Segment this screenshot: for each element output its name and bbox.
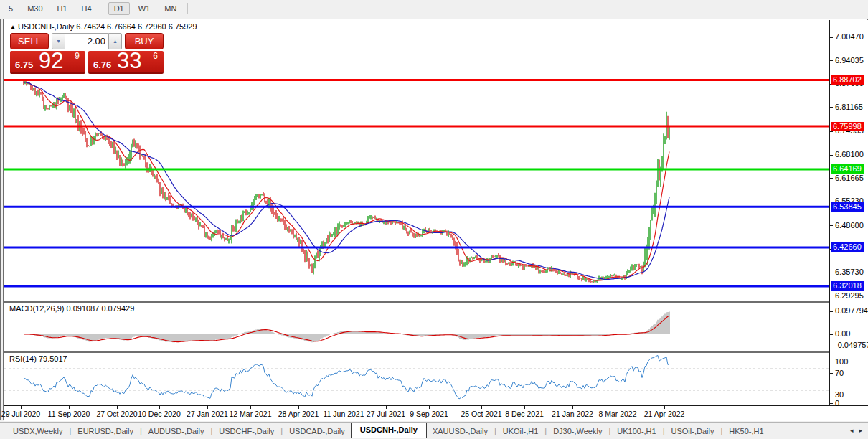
symbol-tab-bar: USDX,Weekly|EURUSD-,Daily|AUDUSD-,Daily|… bbox=[0, 422, 868, 439]
volume-decrease-button[interactable]: ▾ bbox=[52, 33, 65, 49]
one-click-trading-widget: SELL ▾ ▴ BUY 6.75 92 9 6.76 33 6 bbox=[10, 33, 164, 74]
timeframe-button-5[interactable]: 5 bbox=[3, 2, 19, 15]
sell-quote-panel[interactable]: 6.75 92 9 bbox=[10, 51, 85, 74]
price-level-badge: 6.53845 bbox=[831, 202, 864, 212]
time-axis-date-label: 12 Mar 2021 bbox=[225, 410, 275, 418]
timeframe-button-h1[interactable]: H1 bbox=[52, 2, 73, 15]
rsi-axis-tick: 30 bbox=[835, 390, 844, 399]
price-level-badge: 6.88702 bbox=[831, 75, 864, 85]
price-axis-tick: 6.48600 bbox=[835, 221, 864, 230]
ohlc-open: 6.74624 bbox=[76, 22, 105, 31]
time-axis-tick-mark bbox=[69, 406, 70, 409]
timeframe-button-d1[interactable]: D1 bbox=[108, 2, 130, 15]
price-chart-panel[interactable]: ▲ USDCNH-,Daily 6.74624 6.76664 6.72960 … bbox=[4, 20, 868, 301]
tab-xauusd-daily[interactable]: XAUUSD-,Daily bbox=[427, 425, 494, 438]
time-axis-date-label: 11 Sep 2020 bbox=[44, 410, 94, 418]
price-level-badge: 6.32018 bbox=[831, 281, 864, 291]
tab-scroll-right-icon[interactable]: ▸ bbox=[856, 427, 865, 434]
price-axis-tick-mark bbox=[830, 131, 833, 132]
chart-window: ▲ USDCNH-,Daily 6.74624 6.76664 6.72960 … bbox=[0, 19, 868, 420]
time-axis-date-label: 9 Sep 2021 bbox=[404, 410, 454, 418]
toolbar-separator bbox=[103, 3, 103, 14]
rsi-axis-tick: 100 bbox=[835, 357, 848, 366]
window-left-border bbox=[1, 19, 4, 420]
timeframe-button-w1[interactable]: W1 bbox=[133, 2, 156, 15]
tab-scroll-left-icon[interactable]: ◂ bbox=[847, 427, 857, 434]
tab-usdx-weekly[interactable]: USDX,Weekly bbox=[7, 425, 68, 438]
buy-button[interactable]: BUY bbox=[125, 33, 164, 49]
price-axis-tick: 6.94035 bbox=[835, 56, 864, 65]
macd-axis-tick: -0.049757 bbox=[835, 341, 868, 349]
price-axis-tick: 6.29295 bbox=[835, 291, 864, 300]
volume-input[interactable] bbox=[65, 33, 108, 49]
time-axis-tick-mark bbox=[207, 406, 208, 409]
time-axis-date-label: 8 Mar 2022 bbox=[593, 410, 643, 418]
price-axis-tick-mark bbox=[830, 178, 833, 179]
price-level-badge: 6.64169 bbox=[831, 164, 864, 174]
tab-usoil-daily[interactable]: USOil-,Daily bbox=[666, 425, 720, 438]
buy-price-prefix: 6.76 bbox=[93, 60, 111, 70]
rsi-canvas[interactable] bbox=[4, 353, 829, 405]
time-axis-date-label: 10 Dec 2020 bbox=[134, 410, 184, 418]
timeframe-button-mn[interactable]: MN bbox=[159, 2, 182, 15]
timeframe-button-h4[interactable]: H4 bbox=[76, 2, 98, 15]
price-axis-tick-mark bbox=[830, 37, 833, 38]
time-axis-tick-mark bbox=[250, 406, 251, 409]
time-axis-date-label: 29 Jul 2020 bbox=[0, 410, 46, 418]
time-axis-tick-mark bbox=[664, 406, 665, 409]
time-axis-tick-mark bbox=[21, 406, 22, 409]
rsi-label: RSI(14) 79.5017 bbox=[9, 354, 67, 363]
tab-uk100-h1[interactable]: UK100-,H1 bbox=[611, 425, 661, 438]
sell-price-sup: 9 bbox=[75, 51, 80, 61]
tab-hk50-h1[interactable]: HK50-,H1 bbox=[723, 425, 769, 438]
rsi-axis-tick-mark bbox=[830, 395, 833, 395]
price-axis-tick: 6.35730 bbox=[835, 268, 864, 276]
price-axis-tick: 6.68100 bbox=[835, 150, 864, 159]
time-axis-tick-mark bbox=[298, 406, 299, 409]
time-axis-tick-mark bbox=[159, 406, 160, 409]
macd-panel[interactable]: MACD(12,26,9) 0.091087 0.079429 bbox=[4, 303, 868, 351]
rsi-panel[interactable]: RSI(14) 79.5017 bbox=[4, 353, 868, 405]
price-axis-tick-mark bbox=[830, 107, 833, 108]
chart-title: ▲ USDCNH-,Daily 6.74624 6.76664 6.72960 … bbox=[10, 22, 197, 31]
time-axis-date-label: 21 Jan 2022 bbox=[547, 410, 598, 418]
macd-axis-tick: 0.00 bbox=[835, 329, 850, 338]
price-axis-tick-mark bbox=[830, 273, 833, 273]
timeframe-button-m30[interactable]: M30 bbox=[22, 2, 48, 15]
sell-price-prefix: 6.75 bbox=[15, 60, 33, 70]
price-level-badge: 6.75998 bbox=[831, 122, 864, 131]
time-axis-date-label: 21 Apr 2022 bbox=[639, 410, 689, 418]
tab-usdcad-daily[interactable]: USDCAD-,Daily bbox=[283, 425, 351, 438]
price-axis-tick-mark bbox=[830, 296, 833, 296]
price-axis-tick-mark bbox=[830, 225, 833, 226]
macd-axis-tick: 0.097794 bbox=[835, 306, 868, 315]
sell-button[interactable]: SELL bbox=[10, 33, 49, 49]
tab-usdchf-daily[interactable]: USDCHF-,Daily bbox=[213, 425, 280, 438]
rsi-axis-tick-mark bbox=[830, 362, 833, 362]
time-axis-tick-mark bbox=[429, 406, 430, 409]
price-axis-tick-mark bbox=[830, 155, 833, 156]
tab-eurusd-daily[interactable]: EURUSD-,Daily bbox=[72, 425, 139, 438]
ohlc-high: 6.76664 bbox=[107, 22, 136, 31]
tab-dj30-weekly[interactable]: DJ30-,Weekly bbox=[547, 425, 608, 438]
rsi-axis-tick-mark bbox=[830, 373, 833, 374]
macd-label: MACD(12,26,9) 0.091087 0.079429 bbox=[9, 304, 134, 313]
tab-audusd-daily[interactable]: AUDUSD-,Daily bbox=[143, 425, 210, 438]
tab-ukoil-h1[interactable]: UKOil-,H1 bbox=[497, 425, 544, 438]
time-axis-tick-mark bbox=[524, 406, 525, 409]
tab-usdcnh-daily[interactable]: USDCNH-,Daily bbox=[351, 423, 427, 438]
price-axis-tick: 6.81165 bbox=[835, 103, 863, 111]
volume-increase-button[interactable]: ▴ bbox=[108, 33, 122, 49]
time-axis: 29 Jul 202011 Sep 202027 Oct 202010 Dec … bbox=[4, 405, 868, 421]
symbol-period-label: USDCNH-,Daily bbox=[18, 22, 74, 31]
time-axis-tick-mark bbox=[481, 406, 482, 409]
price-level-badge: 6.42660 bbox=[831, 242, 864, 252]
time-axis-date-label: 28 Apr 2021 bbox=[273, 410, 324, 418]
price-axis-tick: 6.61665 bbox=[835, 174, 864, 182]
time-axis-tick-mark bbox=[344, 406, 344, 409]
collapse-icon[interactable]: ▲ bbox=[10, 24, 16, 30]
buy-quote-panel[interactable]: 6.76 33 6 bbox=[88, 51, 164, 74]
buy-price-big: 33 bbox=[117, 48, 141, 74]
timeframe-toolbar: 5M30H1H4D1W1MN bbox=[0, 0, 868, 17]
price-axis-tick: 7.00470 bbox=[835, 32, 864, 41]
